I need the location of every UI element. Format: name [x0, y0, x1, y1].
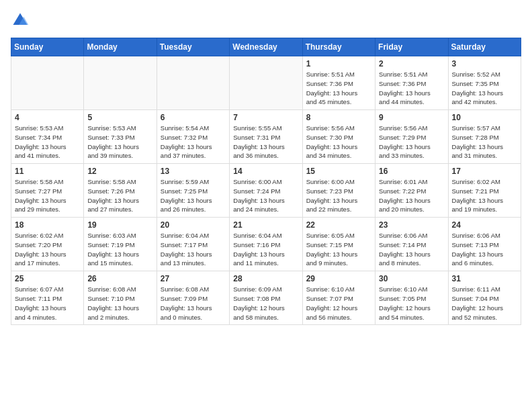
days-header-row: SundayMondayTuesdayWednesdayThursdayFrid…	[11, 38, 521, 56]
week-row-5: 25Sunrise: 6:07 AM Sunset: 7:11 PM Dayli…	[11, 271, 521, 325]
calendar-cell: 1Sunrise: 5:51 AM Sunset: 7:36 PM Daylig…	[302, 56, 375, 110]
day-number: 10	[452, 113, 517, 122]
day-info: Sunrise: 6:10 AM Sunset: 7:05 PM Dayligh…	[379, 285, 444, 322]
day-header-saturday: Saturday	[448, 38, 521, 56]
day-number: 19	[87, 220, 152, 230]
calendar-cell: 22Sunrise: 6:05 AM Sunset: 7:15 PM Dayli…	[302, 218, 375, 271]
calendar-cell: 31Sunrise: 6:11 AM Sunset: 7:04 PM Dayli…	[448, 271, 521, 325]
day-header-monday: Monday	[84, 38, 157, 56]
day-number: 25	[15, 274, 80, 283]
day-number: 30	[379, 274, 444, 283]
calendar: SundayMondayTuesdayWednesdayThursdayFrid…	[11, 38, 521, 325]
calendar-cell: 9Sunrise: 5:56 AM Sunset: 7:29 PM Daylig…	[375, 110, 448, 164]
week-row-2: 4Sunrise: 5:53 AM Sunset: 7:34 PM Daylig…	[11, 110, 521, 164]
day-number: 29	[306, 274, 371, 283]
day-number: 9	[379, 113, 444, 122]
day-info: Sunrise: 5:57 AM Sunset: 7:28 PM Dayligh…	[452, 124, 517, 161]
day-header-tuesday: Tuesday	[157, 38, 229, 56]
day-info: Sunrise: 6:10 AM Sunset: 7:07 PM Dayligh…	[306, 285, 371, 322]
day-info: Sunrise: 6:09 AM Sunset: 7:08 PM Dayligh…	[233, 285, 298, 322]
calendar-cell	[157, 56, 229, 110]
day-info: Sunrise: 5:56 AM Sunset: 7:30 PM Dayligh…	[306, 124, 371, 161]
day-info: Sunrise: 6:06 AM Sunset: 7:14 PM Dayligh…	[379, 231, 444, 268]
day-info: Sunrise: 5:56 AM Sunset: 7:29 PM Dayligh…	[379, 124, 444, 161]
day-info: Sunrise: 6:02 AM Sunset: 7:20 PM Dayligh…	[15, 231, 80, 268]
day-number: 17	[452, 167, 517, 176]
calendar-cell	[11, 56, 84, 110]
week-row-1: 1Sunrise: 5:51 AM Sunset: 7:36 PM Daylig…	[11, 56, 521, 110]
day-number: 7	[233, 113, 298, 122]
day-number: 27	[161, 274, 226, 283]
day-header-sunday: Sunday	[11, 38, 84, 56]
day-info: Sunrise: 5:54 AM Sunset: 7:32 PM Dayligh…	[161, 124, 226, 161]
calendar-cell: 14Sunrise: 6:00 AM Sunset: 7:24 PM Dayli…	[230, 164, 302, 218]
calendar-cell: 5Sunrise: 5:53 AM Sunset: 7:33 PM Daylig…	[84, 110, 157, 164]
day-info: Sunrise: 6:06 AM Sunset: 7:13 PM Dayligh…	[452, 231, 517, 268]
calendar-cell: 21Sunrise: 6:04 AM Sunset: 7:16 PM Dayli…	[230, 218, 302, 271]
calendar-cell: 20Sunrise: 6:04 AM Sunset: 7:17 PM Dayli…	[157, 218, 229, 271]
calendar-cell: 28Sunrise: 6:09 AM Sunset: 7:08 PM Dayli…	[230, 271, 302, 325]
day-info: Sunrise: 6:02 AM Sunset: 7:21 PM Dayligh…	[452, 177, 517, 214]
day-number: 16	[379, 167, 444, 176]
day-info: Sunrise: 5:55 AM Sunset: 7:31 PM Dayligh…	[233, 124, 298, 161]
day-info: Sunrise: 5:58 AM Sunset: 7:27 PM Dayligh…	[15, 177, 80, 214]
day-info: Sunrise: 6:04 AM Sunset: 7:17 PM Dayligh…	[161, 231, 226, 268]
calendar-cell	[230, 56, 302, 110]
day-info: Sunrise: 6:11 AM Sunset: 7:04 PM Dayligh…	[452, 285, 517, 322]
week-row-3: 11Sunrise: 5:58 AM Sunset: 7:27 PM Dayli…	[11, 164, 521, 218]
day-number: 2	[379, 59, 444, 68]
calendar-cell: 18Sunrise: 6:02 AM Sunset: 7:20 PM Dayli…	[11, 218, 84, 271]
calendar-cell: 3Sunrise: 5:52 AM Sunset: 7:35 PM Daylig…	[448, 56, 521, 110]
week-row-4: 18Sunrise: 6:02 AM Sunset: 7:20 PM Dayli…	[11, 218, 521, 271]
day-number: 1	[306, 59, 371, 68]
calendar-cell: 16Sunrise: 6:01 AM Sunset: 7:22 PM Dayli…	[375, 164, 448, 218]
day-info: Sunrise: 6:05 AM Sunset: 7:15 PM Dayligh…	[306, 231, 371, 268]
day-number: 4	[15, 113, 80, 122]
day-info: Sunrise: 6:08 AM Sunset: 7:09 PM Dayligh…	[161, 285, 226, 322]
day-info: Sunrise: 5:53 AM Sunset: 7:34 PM Dayligh…	[15, 124, 80, 161]
calendar-cell	[84, 56, 157, 110]
day-info: Sunrise: 6:00 AM Sunset: 7:23 PM Dayligh…	[306, 177, 371, 214]
day-number: 3	[452, 59, 517, 68]
calendar-cell: 23Sunrise: 6:06 AM Sunset: 7:14 PM Dayli…	[375, 218, 448, 271]
day-header-thursday: Thursday	[302, 38, 375, 56]
calendar-cell: 4Sunrise: 5:53 AM Sunset: 7:34 PM Daylig…	[11, 110, 84, 164]
calendar-cell: 8Sunrise: 5:56 AM Sunset: 7:30 PM Daylig…	[302, 110, 375, 164]
day-info: Sunrise: 5:51 AM Sunset: 7:36 PM Dayligh…	[379, 70, 444, 107]
day-info: Sunrise: 5:51 AM Sunset: 7:36 PM Dayligh…	[306, 70, 371, 107]
calendar-cell: 7Sunrise: 5:55 AM Sunset: 7:31 PM Daylig…	[230, 110, 302, 164]
page-header	[11, 11, 521, 30]
calendar-cell: 30Sunrise: 6:10 AM Sunset: 7:05 PM Dayli…	[375, 271, 448, 325]
calendar-cell: 26Sunrise: 6:08 AM Sunset: 7:10 PM Dayli…	[84, 271, 157, 325]
day-number: 13	[161, 167, 226, 176]
day-number: 14	[233, 167, 298, 176]
calendar-cell: 12Sunrise: 5:58 AM Sunset: 7:26 PM Dayli…	[84, 164, 157, 218]
day-info: Sunrise: 5:52 AM Sunset: 7:35 PM Dayligh…	[452, 70, 517, 107]
calendar-cell: 6Sunrise: 5:54 AM Sunset: 7:32 PM Daylig…	[157, 110, 229, 164]
day-number: 12	[87, 167, 152, 176]
day-info: Sunrise: 5:59 AM Sunset: 7:25 PM Dayligh…	[161, 177, 226, 214]
calendar-cell: 11Sunrise: 5:58 AM Sunset: 7:27 PM Dayli…	[11, 164, 84, 218]
day-info: Sunrise: 6:04 AM Sunset: 7:16 PM Dayligh…	[233, 231, 298, 268]
day-number: 18	[15, 220, 80, 230]
calendar-cell: 2Sunrise: 5:51 AM Sunset: 7:36 PM Daylig…	[375, 56, 448, 110]
day-header-friday: Friday	[375, 38, 448, 56]
day-number: 20	[161, 220, 226, 230]
logo-icon	[11, 11, 30, 30]
day-number: 28	[233, 274, 298, 283]
day-info: Sunrise: 6:07 AM Sunset: 7:11 PM Dayligh…	[15, 285, 80, 322]
calendar-cell: 25Sunrise: 6:07 AM Sunset: 7:11 PM Dayli…	[11, 271, 84, 325]
calendar-cell: 17Sunrise: 6:02 AM Sunset: 7:21 PM Dayli…	[448, 164, 521, 218]
day-info: Sunrise: 6:01 AM Sunset: 7:22 PM Dayligh…	[379, 177, 444, 214]
day-number: 26	[87, 274, 152, 283]
logo	[11, 11, 32, 30]
day-number: 24	[452, 220, 517, 230]
day-number: 23	[379, 220, 444, 230]
calendar-cell: 13Sunrise: 5:59 AM Sunset: 7:25 PM Dayli…	[157, 164, 229, 218]
day-info: Sunrise: 6:08 AM Sunset: 7:10 PM Dayligh…	[87, 285, 152, 322]
day-info: Sunrise: 5:53 AM Sunset: 7:33 PM Dayligh…	[87, 124, 152, 161]
day-info: Sunrise: 6:00 AM Sunset: 7:24 PM Dayligh…	[233, 177, 298, 214]
day-number: 5	[87, 113, 152, 122]
day-header-wednesday: Wednesday	[230, 38, 302, 56]
day-number: 22	[306, 220, 371, 230]
